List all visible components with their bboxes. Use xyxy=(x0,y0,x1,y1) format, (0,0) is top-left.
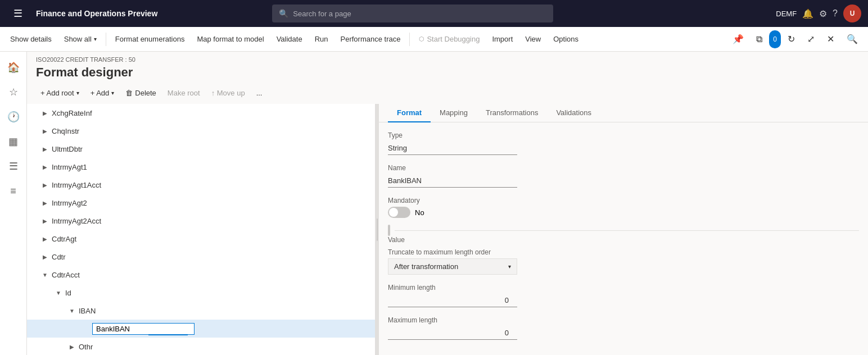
sidebar-favorite-icon[interactable]: ☆ xyxy=(2,81,25,103)
tree-item[interactable]: ▶ UltmtDbtr xyxy=(27,140,375,158)
validate-button[interactable]: Validate xyxy=(271,30,308,48)
pinned-icon[interactable]: 📌 xyxy=(727,30,749,48)
delete-button[interactable]: 🗑 Delete xyxy=(121,87,161,99)
mandatory-property: Mandatory No xyxy=(388,197,859,218)
toolbar-divider-2 xyxy=(409,33,410,46)
tree-expand-icon: ▶ xyxy=(40,108,49,117)
tree-expand-icon: ▶ xyxy=(40,180,49,189)
make-root-button[interactable]: Make root xyxy=(163,87,205,99)
tree-collapse-icon: ▼ xyxy=(54,288,63,297)
content-area: ISO20022 CREDIT TRANSFER : 50 Format des… xyxy=(27,52,868,355)
tree-collapse-icon: ▼ xyxy=(67,306,76,315)
show-details-button[interactable]: Show details xyxy=(4,30,57,48)
toggle-knob xyxy=(389,208,398,217)
top-nav-right: DEMF 🔔 ⚙ ? U xyxy=(776,4,861,22)
search-input[interactable] xyxy=(293,10,546,18)
show-all-button[interactable]: Show all ▾ xyxy=(58,30,102,48)
tree-item-cdtracct[interactable]: ▼ CdtrAcct xyxy=(27,266,375,284)
tree-item[interactable]: ▶ Cdtr xyxy=(27,248,375,266)
designer-actions: + Add root ▾ + Add ▾ 🗑 Delete Make root … xyxy=(27,84,868,104)
sidebar-current-icon[interactable]: ≡ xyxy=(2,180,25,202)
app-title: Finance and Operations Preview xyxy=(36,9,157,18)
tree-expand-icon: ▶ xyxy=(40,144,49,153)
type-label: Type xyxy=(388,131,859,139)
add-chevron-icon: ▾ xyxy=(111,90,114,96)
tree-item[interactable]: ▶ IntrmyAgt1Acct xyxy=(27,176,375,194)
top-navigation: ☰ Finance and Operations Preview 🔍 DEMF … xyxy=(0,0,868,27)
options-button[interactable]: Options xyxy=(548,30,584,48)
value-label: Value xyxy=(388,236,859,244)
name-value[interactable]: BankIBAN xyxy=(388,174,517,188)
min-length-input[interactable] xyxy=(388,294,517,307)
tree-item-edit-input[interactable] xyxy=(92,323,195,335)
tree-item[interactable]: ▶ IntrmyAgt2Acct xyxy=(27,212,375,230)
settings-gear-icon[interactable]: ⚙ xyxy=(819,8,827,19)
truncate-value: After transformation xyxy=(394,262,458,271)
mandatory-toggle[interactable] xyxy=(388,207,410,218)
tree-item[interactable]: ▶ CdtrAgt xyxy=(27,230,375,248)
tree-item-othr[interactable]: ▶ Othr xyxy=(27,338,375,355)
search-toolbar-icon[interactable]: 🔍 xyxy=(841,30,864,48)
page-header: ISO20022 CREDIT TRANSFER : 50 Format des… xyxy=(27,52,868,84)
mandatory-row: No xyxy=(388,207,859,218)
close-icon[interactable]: ✕ xyxy=(821,30,840,48)
tab-mapping[interactable]: Mapping xyxy=(431,104,477,122)
section-divider xyxy=(388,227,859,234)
breadcrumb: ISO20022 CREDIT TRANSFER : 50 xyxy=(36,56,859,63)
map-format-to-model-button[interactable]: Map format to model xyxy=(191,30,269,48)
tree-expand-icon: ▶ xyxy=(40,162,49,171)
tree-item[interactable]: ▶ IntrmyAgt2 xyxy=(27,194,375,212)
max-length-input[interactable] xyxy=(388,326,517,340)
tree-item-bankiban[interactable]: ▶ xyxy=(27,320,375,338)
sidebar-home-icon[interactable]: 🏠 xyxy=(2,56,25,79)
tree-expand-icon: ▶ xyxy=(40,216,49,225)
tree-expand-icon: ▶ xyxy=(40,234,49,243)
max-length-label: Maximum length xyxy=(388,316,859,324)
add-root-chevron-icon: ▾ xyxy=(76,90,79,96)
move-up-button[interactable]: ↑ Move up xyxy=(207,87,250,99)
dropdown-chevron-icon: ▾ xyxy=(508,263,511,270)
debug-icon: ⬡ xyxy=(419,35,424,43)
show-all-chevron-icon: ▾ xyxy=(94,36,97,42)
more-actions-button[interactable]: ... xyxy=(252,87,267,99)
tree-expand-icon: ▶ xyxy=(40,126,49,135)
tree-expand-icon: ▶ xyxy=(67,342,76,351)
trash-icon: 🗑 xyxy=(125,89,133,97)
tab-format[interactable]: Format xyxy=(388,104,431,122)
tree-item-iban[interactable]: ▼ IBAN xyxy=(27,302,375,320)
type-property: Type String xyxy=(388,131,859,155)
notification-bell-icon[interactable]: 🔔 xyxy=(802,8,813,19)
properties-section: Type String Name BankIBAN Mandatory xyxy=(379,122,868,355)
sidebar-filter-icon[interactable]: ▦ xyxy=(2,130,25,153)
performance-trace-button[interactable]: Performance trace xyxy=(335,30,406,48)
run-button[interactable]: Run xyxy=(309,30,334,48)
add-root-button[interactable]: + Add root ▾ xyxy=(36,87,84,99)
resize-handle[interactable] xyxy=(388,225,390,236)
tree-pane: ▶ XchgRateInf ▶ ChqInstr ▶ UltmtDbtr ▶ I… xyxy=(27,104,376,355)
expand-icon[interactable]: ⤢ xyxy=(802,30,820,48)
hamburger-menu-icon[interactable]: ☰ xyxy=(7,2,29,25)
split-view-icon[interactable]: ⧉ xyxy=(751,30,768,48)
view-button[interactable]: View xyxy=(519,30,546,48)
tab-validations[interactable]: Validations xyxy=(547,104,600,122)
help-question-icon[interactable]: ? xyxy=(833,8,838,19)
truncate-dropdown[interactable]: After transformation ▾ xyxy=(388,258,517,275)
start-debugging-button[interactable]: ⬡ Start Debugging xyxy=(413,30,485,48)
details-pane: Format Mapping Transformations Validatio… xyxy=(379,104,868,355)
mandatory-value: No xyxy=(415,208,424,217)
split-pane: ▶ XchgRateInf ▶ ChqInstr ▶ UltmtDbtr ▶ I… xyxy=(27,104,868,355)
min-length-property: Minimum length xyxy=(388,284,859,307)
tree-item[interactable]: ▶ IntrmyAgt1 xyxy=(27,158,375,176)
format-enumerations-button[interactable]: Format enumerations xyxy=(110,30,191,48)
sidebar-history-icon[interactable]: 🕐 xyxy=(2,106,25,128)
tree-item[interactable]: ▶ XchgRateInf xyxy=(27,104,375,122)
tab-transformations[interactable]: Transformations xyxy=(477,104,547,122)
import-button[interactable]: Import xyxy=(486,30,518,48)
notification-count-badge[interactable]: 0 xyxy=(769,30,781,48)
tree-item[interactable]: ▶ ChqInstr xyxy=(27,122,375,140)
tree-item-id[interactable]: ▼ Id xyxy=(27,284,375,302)
add-button[interactable]: + Add ▾ xyxy=(86,87,119,99)
sidebar-filter2-icon[interactable]: ☰ xyxy=(2,155,25,178)
name-property: Name BankIBAN xyxy=(388,164,859,188)
refresh-icon[interactable]: ↻ xyxy=(782,30,801,48)
